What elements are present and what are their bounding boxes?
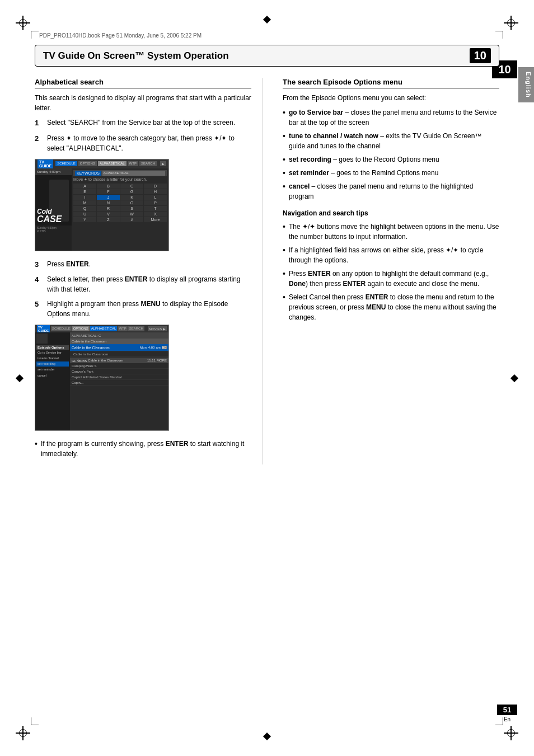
step-4-text: Select a letter, then press ENTER to dis… [47,274,251,294]
episode-options-intro: From the Episode Options menu you can se… [283,93,499,103]
ep-sidebar: Episode Options Go to Service bar tune t… [35,332,70,430]
alpha-k: K [120,195,143,200]
ep-row-3: Canyon's Park [70,369,168,374]
search-instruction: Move ✦ to choose a letter for your searc… [73,177,167,182]
step-list-2: 3 Press ENTER. 4 Select a letter, then p… [35,259,251,320]
alpha-z: Z [97,217,120,222]
search-bar: KEYWORDS ALPHABETICAL [73,170,167,176]
nav-tip-1-text: The ✦/✦ buttons move the highlight betwe… [289,222,499,242]
reg-mark-br [504,726,518,740]
alpha-q: Q [73,206,96,211]
alpha-d: D [144,184,167,189]
alpha-g: G [120,189,143,194]
step-1-text: Select "SEARCH" from the Service bar at … [47,118,251,129]
option-cancel: cancel – closes the panel menu and retur… [283,181,499,201]
alpha-s: S [120,206,143,211]
ep-listing-header: ALPHABETICAL: C [70,332,168,339]
channel-info: Sunday 4:00pm [35,168,72,175]
ep-row-5-title: Captiv... [72,381,167,384]
cold-text: Cold [37,208,62,215]
reg-mark-tr [504,16,518,30]
ep-listing-subheader: Cable in the Classroom [70,339,168,344]
alpha-j: J [97,195,120,200]
alpha-c: C [120,184,143,189]
alpha-u: U [73,212,96,217]
ep-tabs: SCHEDULE OPTIONS ALPHABETICAL WTP SEARCH… [51,326,167,331]
alpha-r: R [97,206,120,211]
reg-mark-tl [16,16,30,30]
case-text: CASE [37,215,62,224]
right-column: The search Episode Options menu From the… [280,78,499,464]
tab-schedule: SCHEDULE [55,161,77,166]
nav-tip-2: If a highlighted field has arrows on eit… [283,245,499,265]
screen-alphabetical: TVGUIDE SCHEDULE OPTIONS ALPHABETICAL WT… [35,159,169,251]
main-content: TV Guide On Screen™ System Operation 10 … [35,45,499,717]
nav-tips-heading: Navigation and search tips [283,209,499,217]
option-tune-to-channel: tune to channel / watch now – exits the … [283,131,499,151]
option-tune-to-channel-text: tune to channel / watch now – exits the … [289,131,499,151]
step-1-num: 1 [35,118,43,129]
option-set-reminder: set reminder – goes to the Remind Option… [283,168,499,178]
ep-sidebar-tune-to-channel: tune to channel [36,356,69,361]
title-bar: TV Guide On Screen™ System Operation 10 [35,45,499,67]
ep-row-3-title: Canyon's Park [72,370,167,373]
alpha-h: H [144,189,167,194]
diamond-left [16,374,24,382]
screen-episode: TVGUIDE SCHEDULE OPTIONS ALPHABETICAL WT… [35,325,169,431]
tv-header-alpha: TVGUIDE SCHEDULE OPTIONS ALPHABETICAL WT… [35,159,168,168]
ep-body: Episode Options Go to Service bar tune t… [35,332,168,430]
step-2-text: Press ✦ to move to the search category b… [47,133,251,153]
alpha-n: N [97,200,120,205]
page-title: TV Guide On Screen™ System Operation [43,50,229,62]
ep-sidebar-set-recording: set recording [36,361,69,367]
ep-selected-time: 4:00 [148,346,155,349]
ep-sidebar-set-reminder: set reminder [36,367,69,372]
alpha-f: F [97,189,120,194]
corner-bl [31,717,39,725]
step-list: 1 Select "SEARCH" from the Service bar a… [35,118,251,153]
step-4: 4 Select a letter, then press ENTER to d… [35,274,251,294]
alpha-a: A [73,184,96,189]
diamond-right [510,374,518,382]
note-item-1: If the program is currently showing, pre… [35,439,251,459]
tv-guide-logo: TVGUIDE [38,159,53,168]
alpha-hash: # [120,217,143,222]
tab-more: ▶ [160,161,166,166]
alpha-b: B [97,184,120,189]
nav-tip-3-text: Press ENTER on any option to highlight t… [289,269,499,289]
page-number-sub: En [504,716,510,722]
nav-tip-4: Select Cancel then press ENTER to close … [283,292,499,322]
page-number: 51 [497,705,517,715]
file-info: PDP_PRO1140HD.book Page 51 Monday, June … [39,32,202,39]
cold-case-visual: Cold CASE [35,175,72,226]
option-go-to-service-bar: go to Service bar – closes the panel men… [283,107,499,128]
tab-search: SEARCH [139,161,157,166]
ep-tv-header: TVGUIDE SCHEDULE OPTIONS ALPHABETICAL WT… [35,325,168,332]
ep-sidebar-go-to-service-bar: Go to Service bar [36,350,69,355]
tab-alphabetical: ALPHABETICAL [98,161,127,166]
ep-row-1-title: Cable in the Classroom [73,353,167,356]
step-3: 3 Press ENTER. [35,259,251,270]
reg-mark-bl [16,726,30,740]
chapter-badge: 10 [470,48,491,63]
alpha-v: V [97,212,120,217]
ep-selected-row: Cable in the Classroom Mon 4:00 am HD [70,344,168,351]
ep-logo: TVGUIDE [37,325,50,333]
ep-row-4: Capitol Hill United States Marshal [70,374,168,380]
alpha-y: Y [73,217,96,222]
note-list: If the program is currently showing, pre… [35,439,251,459]
two-column-layout: Alphabetical search This search is desig… [35,78,499,464]
nav-tip-3: Press ENTER on any option to highlight t… [283,269,499,289]
step-4-num: 4 [35,274,43,294]
ep-tab-options: OPTIONS [72,326,90,331]
ep-row-2: Camping/Walk S [70,363,168,369]
ep-sidebar-cancel: cancel [36,373,69,378]
ep-row-5: Captiv... [70,380,168,386]
alphabetical-search-intro: This search is designed to display all p… [35,93,251,113]
ep-tab-alphabetical: ALPHABETICAL [90,326,118,331]
tab-options: OPTIONS [78,161,97,166]
alpha-o: O [120,200,143,205]
alpha-t: T [144,206,167,211]
alpha-p: P [144,200,167,205]
ep-tab-wtp: WTP [118,326,127,331]
